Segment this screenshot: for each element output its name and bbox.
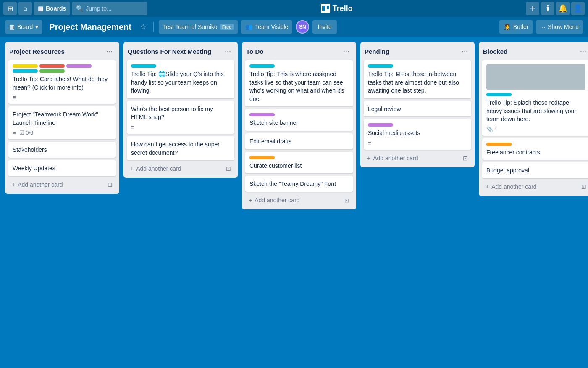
search-bar[interactable]: 🔍 — [72, 2, 147, 15]
card-text: Trello Tip: 🖥For those in-between tasks … — [368, 70, 467, 95]
card-pe-2[interactable]: Legal review — [364, 101, 471, 117]
add-card-button-pending[interactable]: +Add another card⊡ — [364, 152, 471, 164]
card-label-purple — [66, 64, 92, 68]
profile-button[interactable]: 👤 — [571, 2, 585, 15]
add-card-button-project-resources[interactable]: +Add another card⊡ — [8, 179, 116, 191]
list-menu-button-questions-next-meeting[interactable]: ··· — [222, 46, 234, 57]
list-title-pending: Pending — [365, 48, 389, 55]
card-label-row — [249, 113, 349, 116]
list-menu-button-pending[interactable]: ··· — [459, 46, 470, 57]
card-pr-2[interactable]: Project "Teamwork Dream Work" Launch Tim… — [8, 106, 116, 139]
list-title-blocked: Blocked — [483, 48, 507, 55]
card-qm-3[interactable]: How can I get access to the super secret… — [127, 136, 234, 160]
card-qm-1[interactable]: Trello Tip: 🌐Slide your Q's into this ha… — [127, 60, 234, 98]
invite-button[interactable]: Invite — [312, 20, 336, 34]
card-pr-4[interactable]: Weekly Updates — [8, 160, 116, 176]
description-icon: ≡ — [13, 130, 16, 136]
list-menu-button-blocked[interactable]: ··· — [578, 46, 588, 57]
list-menu-button-project-resources[interactable]: ··· — [104, 46, 115, 57]
trello-label: Trello — [333, 4, 353, 13]
list-header-project-resources: Project Resources··· — [8, 46, 116, 57]
apps-icon: ⊞ — [8, 5, 13, 13]
template-icon: ⊡ — [344, 197, 349, 204]
card-label-red — [39, 64, 65, 68]
butler-button[interactable]: 🤵 Butler — [499, 20, 533, 34]
add-card-label: Add another card — [255, 197, 299, 204]
add-card-label: Add another card — [136, 165, 181, 172]
description-icon: ≡ — [131, 124, 134, 130]
card-bl-2[interactable]: Budget approval — [482, 162, 588, 178]
card-td-4[interactable]: Curate customer list — [245, 152, 353, 174]
list-to-do: To Do···Trello Tip: This is where assign… — [242, 42, 356, 209]
card-td-1[interactable]: Trello Tip: This is where assigned tasks… — [245, 60, 353, 106]
card-bl-1[interactable]: Freelancer contracts — [482, 138, 588, 160]
card-meta: ≡ — [131, 124, 230, 130]
add-icon: + — [530, 4, 535, 13]
card-text: Budget approval — [486, 167, 585, 175]
add-button[interactable]: + — [526, 2, 539, 15]
butler-icon: 🤵 — [504, 24, 511, 30]
info-button[interactable]: ℹ — [541, 2, 554, 15]
board-header: ▦ Board ▾ Project Management ☆ Test Team… — [0, 17, 588, 37]
card-pe-1[interactable]: Trello Tip: 🖥For those in-between tasks … — [364, 60, 471, 98]
nav-right: + ℹ 🔔 👤 — [526, 2, 585, 15]
plus-icon: + — [367, 155, 370, 161]
boards-grid-icon: ▦ — [38, 5, 43, 12]
card-text: Trello Tip: Splash those redtape-heavy i… — [486, 99, 585, 124]
team-visible-button[interactable]: 👥 Team Visible — [241, 20, 292, 34]
add-card-button-blocked[interactable]: +Add another card⊡ — [482, 181, 588, 193]
card-meta: ≡ — [13, 94, 112, 101]
list-title-to-do: To Do — [246, 48, 263, 55]
card-label-row — [368, 64, 467, 68]
card-pr-1[interactable]: Trello Tip: Card labels! What do they me… — [8, 60, 116, 104]
card-text: Who's the best person to fix my HTML sna… — [131, 105, 230, 122]
list-pending: Pending···Trello Tip: 🖥For those in-betw… — [360, 42, 475, 167]
card-meta: ≡ — [368, 140, 467, 146]
card-label-row — [486, 143, 585, 146]
card-label-teal — [368, 64, 393, 68]
star-button[interactable]: ☆ — [138, 21, 148, 33]
card-label-green — [39, 69, 65, 73]
team-button[interactable]: Test Team of Sumiko Free — [159, 20, 238, 34]
search-input[interactable] — [86, 5, 140, 12]
card-td-3[interactable]: Edit email drafts — [245, 133, 353, 149]
show-menu-dots-icon: ··· — [540, 24, 545, 30]
card-label-row — [131, 64, 230, 68]
card-pr-3[interactable]: Stakeholders — [8, 142, 116, 158]
card-image-placeholder — [486, 64, 585, 90]
card-bl-0[interactable]: Trello Tip: Splash those redtape-heavy i… — [482, 60, 588, 136]
card-qm-2[interactable]: Who's the best person to fix my HTML sna… — [127, 101, 234, 134]
card-label-purple — [249, 113, 275, 116]
show-menu-button[interactable]: ··· Show Menu — [536, 20, 583, 34]
card-td-2[interactable]: Sketch site banner — [245, 109, 353, 131]
boards-button[interactable]: ▦ Boards — [34, 2, 70, 15]
avatar[interactable]: SN — [296, 20, 309, 34]
search-icon: 🔍 — [76, 5, 83, 12]
card-pe-3[interactable]: Social media assets≡ — [364, 119, 471, 150]
board-icon: ▦ — [9, 24, 15, 30]
board-dropdown-icon: ▾ — [35, 24, 38, 30]
template-icon: ⊡ — [226, 165, 231, 172]
card-text: Legal review — [368, 105, 467, 114]
trello-logo-icon — [321, 4, 330, 13]
notifications-button[interactable]: 🔔 — [556, 2, 570, 15]
add-card-label: Add another card — [491, 183, 536, 190]
top-nav: ⊞ ⌂ ▦ Boards 🔍 Trello + ℹ 🔔 👤 — [0, 0, 588, 17]
home-button[interactable]: ⌂ — [18, 2, 32, 15]
card-label-yellow — [13, 64, 38, 68]
add-card-button-questions-next-meeting[interactable]: +Add another card⊡ — [127, 163, 234, 175]
list-header-blocked: Blocked··· — [482, 46, 588, 57]
list-project-resources: Project Resources···Trello Tip: Card lab… — [5, 42, 119, 194]
plus-icon: + — [130, 165, 134, 172]
apps-button[interactable]: ⊞ — [3, 2, 17, 15]
card-td-5[interactable]: Sketch the "Teamy Dreamy" Font — [245, 176, 353, 192]
add-card-label: Add another card — [18, 181, 63, 188]
add-card-button-to-do[interactable]: +Add another card⊡ — [245, 194, 353, 206]
list-menu-button-to-do[interactable]: ··· — [341, 46, 352, 57]
card-text: Freelancer contracts — [486, 148, 585, 157]
team-visible-icon: 👥 — [245, 24, 252, 30]
card-text: How can I get access to the super secret… — [131, 140, 230, 157]
board-content: Project Resources···Trello Tip: Card lab… — [0, 37, 588, 214]
board-view-button[interactable]: ▦ Board ▾ — [5, 20, 42, 34]
card-text: Sketch the "Teamy Dreamy" Font — [249, 180, 349, 188]
